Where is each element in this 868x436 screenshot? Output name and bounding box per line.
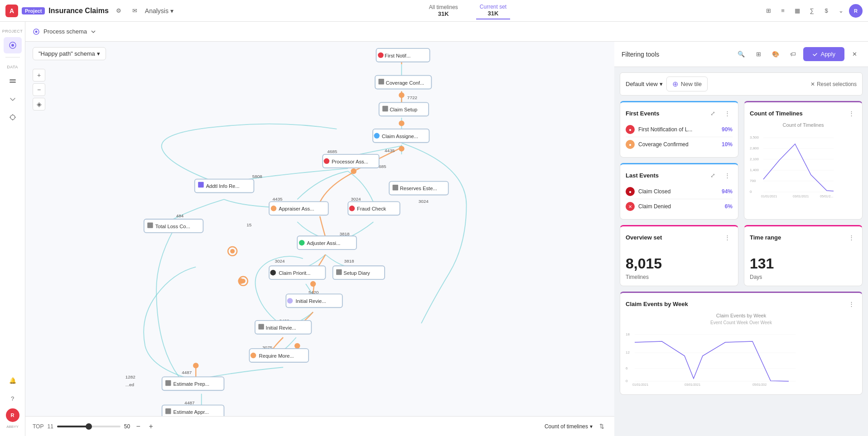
node-claim-prior: Claim Priorit... <box>269 266 325 279</box>
sidebar-avatar[interactable]: R <box>6 408 19 422</box>
svg-rect-91 <box>258 324 264 329</box>
apply-button[interactable]: Apply <box>803 47 844 61</box>
count-timelines-chart-title: Count of Timelines <box>750 122 857 128</box>
palette-icon[interactable]: 🎨 <box>769 48 782 61</box>
sidebar-item-notification[interactable]: 🔔 <box>4 372 22 388</box>
svg-text:03/01/2021: 03/01/2021 <box>685 383 700 386</box>
svg-rect-100 <box>165 408 171 414</box>
last-events-expand-icon[interactable]: ⤢ <box>707 170 718 181</box>
svg-point-88 <box>287 298 293 303</box>
close-panel-button[interactable]: ✕ <box>848 48 861 61</box>
first-events-header: First Events ⤢ ⋮ <box>620 102 738 122</box>
svg-point-35 <box>399 120 404 126</box>
sidebar-item-expand[interactable] <box>4 91 22 107</box>
current-set-tab[interactable]: Current set 31K <box>476 2 510 19</box>
filter-options-icon[interactable]: ⊞ <box>752 48 765 61</box>
time-range-menu-icon[interactable]: ⋮ <box>846 232 857 243</box>
dollar-icon[interactable]: $ <box>820 5 833 17</box>
tag-icon[interactable]: 🏷 <box>786 48 800 61</box>
last-events-menu-icon[interactable]: ⋮ <box>722 170 733 181</box>
default-view-button[interactable]: Default view ▾ <box>626 81 663 87</box>
last-event-row-1: ● Claim Closed 94% <box>626 184 733 199</box>
svg-rect-97 <box>165 380 171 386</box>
schema-section-label: Process schema <box>43 28 87 35</box>
search-icon[interactable]: 🔍 <box>734 48 748 61</box>
first-events-expand-icon[interactable]: ⤢ <box>707 108 718 119</box>
user-avatar[interactable]: R <box>849 4 863 18</box>
reset-selections-button[interactable]: ✕ Reset selections <box>810 81 857 87</box>
svg-text:2,100: 2,100 <box>750 157 759 161</box>
svg-text:7722: 7722 <box>407 95 418 100</box>
count-timelines-title: Count of Timelines <box>750 110 842 117</box>
time-range-number: 131 <box>750 255 857 272</box>
claim-events-chart: Claim Events by Week Event Count Week Ov… <box>620 313 862 394</box>
svg-point-40 <box>310 281 316 287</box>
svg-point-45 <box>241 279 246 283</box>
count-timelines-svg: 3,500 2,800 2,100 1,400 700 0 <box>750 129 836 200</box>
svg-text:18: 18 <box>626 332 630 336</box>
svg-rect-67 <box>198 182 203 187</box>
svg-point-76 <box>349 206 355 211</box>
new-tile-button[interactable]: ⊕ New tile <box>666 77 708 91</box>
first-events-tile: First Events ⤢ ⋮ ● First Notification of… <box>620 101 738 158</box>
sort-icon[interactable]: ⇅ <box>596 421 607 432</box>
filtering-tools-label: Filtering tools <box>622 51 731 58</box>
bar-chart-icon[interactable]: ▦ <box>791 5 804 17</box>
overview-title: Overview set <box>626 234 718 241</box>
claim-events-chart-subtitle: Event Count Week Over Week <box>626 320 857 325</box>
svg-point-58 <box>374 133 379 139</box>
sidebar-bottom: 🔔 ? R ABBYY <box>4 372 22 432</box>
list-icon[interactable]: ≡ <box>776 5 789 17</box>
sidebar-item-data[interactable] <box>4 73 22 89</box>
mail-icon[interactable]: ✉ <box>129 5 141 17</box>
claim-events-svg: 18 12 6 0 <box>626 329 798 388</box>
process-graph-svg: 8015 7722 4435 4685 3024 5808 484 4435 3… <box>25 42 614 436</box>
claim-events-title: Claim Events by Week <box>626 301 842 307</box>
sum-icon[interactable]: ∑ <box>805 5 818 17</box>
sidebar-item-help[interactable]: ? <box>4 390 22 407</box>
svg-text:Adjuster Assi...: Adjuster Assi... <box>307 240 340 246</box>
overview-menu-icon[interactable]: ⋮ <box>722 232 733 243</box>
dashboard-area: Default view ▾ ⊕ New tile ✕ Reset select… <box>614 67 868 436</box>
sidebar-item-process[interactable] <box>4 37 22 53</box>
slider-minus-btn[interactable]: − <box>134 422 143 431</box>
svg-rect-64 <box>393 185 398 190</box>
analysis-menu[interactable]: Analysis ▾ <box>145 7 174 14</box>
node-appraiser: Appraiser Ass... <box>269 201 328 215</box>
first-event-row-2: ● Coverage Confirmed 10% <box>626 137 733 152</box>
svg-text:3024: 3024 <box>419 199 429 204</box>
time-range-title: Time range <box>750 234 842 241</box>
overview-body: 8,015 Timelines <box>620 246 738 286</box>
sidebar-item-crosshair[interactable] <box>4 109 22 125</box>
count-timelines-menu-icon[interactable]: ⋮ <box>846 108 857 119</box>
svg-text:Initial Revie...: Initial Revie... <box>266 325 296 331</box>
grid-icon[interactable]: ⊞ <box>762 5 775 17</box>
schema-header: Process schema <box>25 22 868 42</box>
svg-text:15: 15 <box>246 222 252 227</box>
last-events-tile: Last Events ⤢ ⋮ ● Claim Closed 94% <box>620 163 738 220</box>
left-sidebar: PROJECT DATA 🔔 ? R ABBYY <box>0 22 25 436</box>
svg-text:3024: 3024 <box>275 259 285 264</box>
svg-point-94 <box>251 353 256 358</box>
claim-events-menu-icon[interactable]: ⋮ <box>846 298 857 309</box>
chevron-down-icon[interactable]: ⌄ <box>834 5 847 17</box>
svg-point-73 <box>271 206 276 211</box>
svg-point-34 <box>399 92 404 98</box>
svg-point-41 <box>193 363 198 368</box>
data-section-label: DATA <box>0 65 25 69</box>
svg-text:Initial Revie...: Initial Revie... <box>295 298 326 304</box>
svg-text:05/01/202: 05/01/202 <box>752 383 767 386</box>
count-selector[interactable]: Count of timelines ▾ <box>545 423 593 430</box>
first-events-menu-icon[interactable]: ⋮ <box>722 108 733 119</box>
claim-events-header: Claim Events by Week ⋮ <box>620 293 862 313</box>
count-timelines-tile: Count of Timelines ⋮ Count of Timelines … <box>744 101 863 220</box>
top-value: 11 <box>47 423 53 430</box>
all-timelines-tab[interactable]: All timelines 31K <box>425 2 462 19</box>
settings-icon[interactable]: ⚙ <box>112 5 125 17</box>
slider-plus-btn[interactable]: + <box>146 422 155 431</box>
first-event-row-1: ● First Notification of L... 90% <box>626 122 733 137</box>
svg-text:3818: 3818 <box>344 259 355 264</box>
event-name-2: Coverage Confirmed <box>638 141 718 148</box>
svg-point-47 <box>230 249 235 254</box>
slider-track[interactable] <box>57 426 121 427</box>
